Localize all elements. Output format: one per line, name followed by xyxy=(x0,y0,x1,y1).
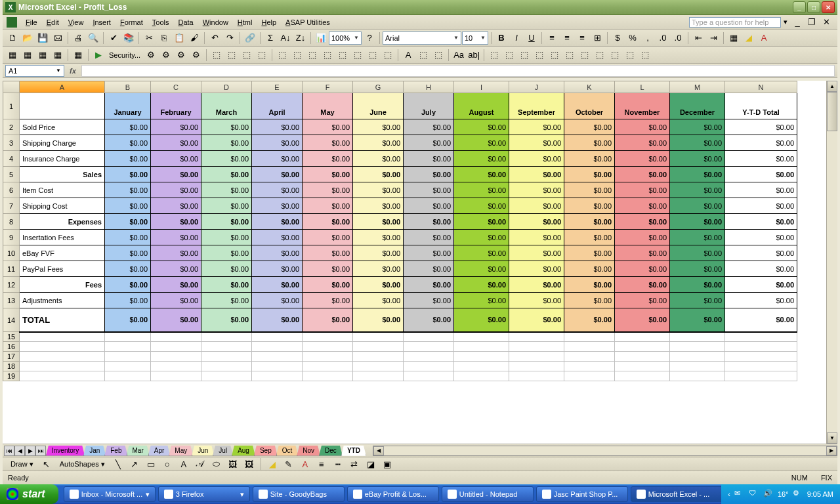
sheet-tab-apr[interactable]: Apr xyxy=(148,446,171,456)
toolbar-icon[interactable]: ⬚ xyxy=(381,48,395,62)
data-cell[interactable]: $0.00 xyxy=(564,308,615,332)
data-cell[interactable]: $0.00 xyxy=(404,293,454,308)
empty-cell[interactable] xyxy=(725,332,797,342)
data-cell[interactable]: $0.00 xyxy=(509,119,564,135)
data-cell[interactable]: $0.00 xyxy=(201,277,252,293)
data-cell[interactable]: $0.00 xyxy=(509,308,564,332)
row-header[interactable]: 16 xyxy=(3,342,20,352)
format-painter-icon[interactable]: 🖌 xyxy=(187,31,201,45)
line-style-icon[interactable]: ≡ xyxy=(314,457,329,471)
toolbar-icon[interactable]: ⬚ xyxy=(305,48,320,62)
borders-icon[interactable]: ▦ xyxy=(726,31,741,45)
row-header[interactable]: 18 xyxy=(3,362,20,371)
data-cell[interactable]: $0.00 xyxy=(454,167,509,182)
data-cell[interactable]: $0.00 xyxy=(725,308,797,332)
row-header[interactable]: 15 xyxy=(3,332,20,342)
rectangle-icon[interactable]: ▭ xyxy=(144,457,158,471)
tray-icon[interactable]: ⚙ xyxy=(793,489,803,499)
data-cell[interactable]: $0.00 xyxy=(404,245,454,261)
clipart-icon[interactable]: 🖼 xyxy=(226,457,240,471)
data-cell[interactable]: $0.00 xyxy=(725,245,797,261)
data-cell[interactable]: $0.00 xyxy=(404,261,454,277)
font-color-icon[interactable]: A xyxy=(298,457,312,471)
data-cell[interactable]: $0.00 xyxy=(725,135,797,151)
data-cell[interactable]: $0.00 xyxy=(252,308,303,332)
taskbar-item[interactable]: Untitled - Notepad xyxy=(442,486,534,502)
data-cell[interactable]: $0.00 xyxy=(725,167,797,182)
copy-icon[interactable]: ⎘ xyxy=(157,31,171,45)
data-cell[interactable]: $0.00 xyxy=(509,214,564,230)
data-cell[interactable]: $0.00 xyxy=(151,245,201,261)
data-cell[interactable]: $0.00 xyxy=(615,198,670,214)
toolbar-icon[interactable]: ⬚ xyxy=(623,48,637,62)
header-cell[interactable]: March xyxy=(201,93,252,119)
row-header[interactable]: 6 xyxy=(3,182,20,198)
data-cell[interactable]: $0.00 xyxy=(564,293,615,308)
data-cell[interactable]: $0.00 xyxy=(509,293,564,308)
menu-insert[interactable]: Insert xyxy=(88,17,116,28)
data-cell[interactable]: $0.00 xyxy=(615,135,670,151)
taskbar-item[interactable]: 3 Firefox ▾ xyxy=(158,486,250,502)
data-cell[interactable]: $0.00 xyxy=(670,261,725,277)
data-cell[interactable]: $0.00 xyxy=(151,261,201,277)
toolbar-icon[interactable]: ⬚ xyxy=(487,48,501,62)
data-cell[interactable]: $0.00 xyxy=(303,214,353,230)
data-cell[interactable]: $0.00 xyxy=(151,135,201,151)
empty-cell[interactable] xyxy=(670,332,725,342)
empty-cell[interactable] xyxy=(564,362,615,371)
data-cell[interactable]: $0.00 xyxy=(201,182,252,198)
column-header-K[interactable]: K xyxy=(564,81,615,93)
data-cell[interactable]: $0.00 xyxy=(404,277,454,293)
sheet-tab-jul[interactable]: Jul xyxy=(213,446,233,456)
row-label-cell[interactable]: Item Cost xyxy=(20,182,105,198)
tray-icon[interactable]: ✉ xyxy=(734,489,745,499)
toolbar-icon[interactable]: ⬚ xyxy=(638,48,652,62)
system-tray[interactable]: ‹ ✉ 🛡 🔊 16° ⚙ 9:05 AM xyxy=(721,484,840,504)
empty-cell[interactable] xyxy=(201,342,252,352)
redo-icon[interactable]: ↷ xyxy=(222,31,237,45)
data-cell[interactable]: $0.00 xyxy=(564,277,615,293)
align-right-icon[interactable]: ≡ xyxy=(575,31,589,45)
row-label-cell[interactable]: Shipping Cost xyxy=(20,198,105,214)
data-cell[interactable]: $0.00 xyxy=(725,293,797,308)
diagram-icon[interactable]: ⬭ xyxy=(209,457,224,471)
empty-cell[interactable] xyxy=(105,371,151,381)
start-button[interactable]: start xyxy=(0,484,58,504)
sheet-tab-jan[interactable]: Jan xyxy=(83,446,106,456)
data-cell[interactable]: $0.00 xyxy=(303,277,353,293)
data-cell[interactable]: $0.00 xyxy=(564,135,615,151)
taskbar-item[interactable]: eBay Profit & Los... xyxy=(347,486,439,502)
data-cell[interactable]: $0.00 xyxy=(404,167,454,182)
data-cell[interactable]: $0.00 xyxy=(564,230,615,245)
toolbar-icon[interactable]: ⬚ xyxy=(350,48,365,62)
row-label-cell[interactable]: Expenses xyxy=(20,214,105,230)
column-header-N[interactable]: N xyxy=(725,81,797,93)
data-cell[interactable]: $0.00 xyxy=(509,182,564,198)
column-header-M[interactable]: M xyxy=(670,81,725,93)
data-cell[interactable]: $0.00 xyxy=(151,308,201,332)
row-header[interactable]: 17 xyxy=(3,352,20,362)
data-cell[interactable]: $0.00 xyxy=(353,245,404,261)
data-cell[interactable]: $0.00 xyxy=(105,135,151,151)
security-link[interactable]: Security... xyxy=(106,51,143,59)
new-icon[interactable]: 🗋 xyxy=(5,31,20,45)
menu-data[interactable]: Data xyxy=(173,17,198,28)
help-icon[interactable]: ? xyxy=(362,31,377,45)
toolbar-icon[interactable]: ⬚ xyxy=(240,48,254,62)
empty-cell[interactable] xyxy=(454,332,509,342)
data-cell[interactable]: $0.00 xyxy=(252,214,303,230)
header-cell[interactable]: February xyxy=(151,93,201,119)
data-cell[interactable]: $0.00 xyxy=(353,214,404,230)
sheet-tab-sep[interactable]: Sep xyxy=(254,446,278,456)
column-header-B[interactable]: B xyxy=(105,81,151,93)
toolbar-icon[interactable]: ⬚ xyxy=(335,48,350,62)
data-cell[interactable]: $0.00 xyxy=(105,151,151,167)
empty-cell[interactable] xyxy=(564,332,615,342)
menu-html[interactable]: Html xyxy=(233,17,257,28)
column-header-A[interactable]: A xyxy=(20,81,105,93)
column-header-F[interactable]: F xyxy=(303,81,353,93)
data-cell[interactable]: $0.00 xyxy=(404,151,454,167)
toolbar-icon[interactable]: ⬚ xyxy=(517,48,532,62)
data-cell[interactable]: $0.00 xyxy=(564,167,615,182)
data-cell[interactable]: $0.00 xyxy=(303,293,353,308)
